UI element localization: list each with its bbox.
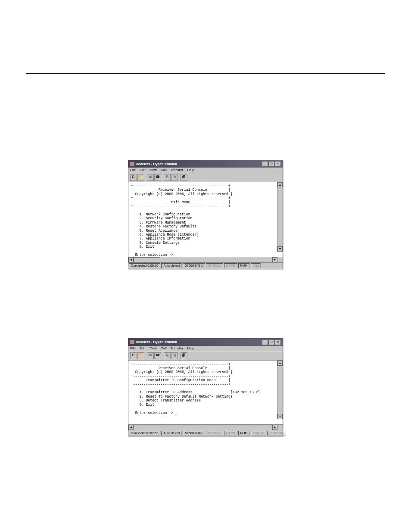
app-icon <box>130 340 134 344</box>
copyright: Copyright (c) 2000-2006, All rights rese… <box>135 192 228 196</box>
status-connected: Connected 0:00:50 <box>129 263 160 268</box>
status-scroll: SCROLL <box>206 431 223 436</box>
status-num: NUM <box>238 431 250 436</box>
connect-icon[interactable]: ☏ <box>147 174 154 181</box>
scroll-up-icon[interactable]: ▲ <box>277 182 283 187</box>
menu-item-value: [192.168.13.2] <box>230 390 260 394</box>
section-title: Main Menu <box>171 200 190 204</box>
menubar: File Edit View Call Transfer Help <box>128 346 283 351</box>
section-title: Transmitter IP Configuration Menu <box>146 378 215 382</box>
connect-icon[interactable]: ☏ <box>147 352 154 359</box>
receive-icon[interactable]: ⎗ <box>171 174 178 181</box>
send-icon[interactable]: ⎘ <box>164 174 171 181</box>
minimize-button[interactable]: _ <box>262 339 268 345</box>
vertical-scrollbar[interactable]: ▲ ▼ <box>277 361 283 419</box>
menu-item: 8. Console Settings <box>140 241 180 245</box>
menu-edit[interactable]: Edit <box>140 168 146 172</box>
menu-item: 7. Appliance Information <box>140 236 190 240</box>
minimize-button[interactable]: _ <box>262 161 268 167</box>
scroll-up-icon[interactable]: ▲ <box>277 361 283 366</box>
scroll-left-icon[interactable]: ◄ <box>128 257 134 262</box>
terminal-output[interactable]: +---------------------------------------… <box>128 182 283 257</box>
status-scroll: SCROLL <box>206 263 223 268</box>
properties-icon[interactable]: 🗐 <box>181 174 187 181</box>
open-icon[interactable]: 📂 <box>137 352 144 359</box>
prompt: Enter selection -> <box>135 253 173 257</box>
hyperterminal-window-1: Receiver - HyperTerminal _ □ × File Edit… <box>128 160 283 269</box>
close-button[interactable]: × <box>275 161 281 167</box>
receive-icon[interactable]: ⎗ <box>171 352 178 359</box>
properties-icon[interactable]: 🗐 <box>181 352 187 359</box>
menu-file[interactable]: File <box>130 347 136 350</box>
scroll-left-icon[interactable]: ◄ <box>128 425 134 430</box>
scroll-thumb[interactable] <box>134 257 160 262</box>
toolbar: 🗋 📂 ☏ ☎ ⎘ ⎗ 🗐 <box>128 173 283 182</box>
menu-item: 1. Transmitter IP Address <box>140 390 193 394</box>
menu-item: 0. Exit <box>140 403 154 407</box>
console-header: Receiver Serial Console <box>159 366 207 370</box>
open-icon[interactable]: 📂 <box>137 174 144 181</box>
hyperterminal-window-2: Receiver - HyperTerminal _ □ × File Edit… <box>128 338 283 437</box>
menubar: File Edit View Call Transfer Help <box>128 168 283 173</box>
window-title: Receiver - HyperTerminal <box>136 340 177 344</box>
menu-edit[interactable]: Edit <box>140 347 146 350</box>
status-connected: Connected 0:07:53 <box>129 431 160 436</box>
status-print: Print echo <box>267 431 286 436</box>
prompt: Enter selection -> _ <box>135 411 177 415</box>
menu-call[interactable]: Call <box>161 347 167 350</box>
maximize-button[interactable]: □ <box>268 339 274 345</box>
status-capture: Capture <box>251 431 267 436</box>
terminal-output[interactable]: +---------------------------------------… <box>128 361 283 424</box>
menu-help[interactable]: Help <box>187 168 194 172</box>
status-baud: 57600 8-N-1 <box>183 263 205 268</box>
titlebar[interactable]: Receiver - HyperTerminal _ □ × <box>128 339 283 346</box>
statusbar: Connected 0:00:50 Auto detect 57600 8-N-… <box>128 262 283 269</box>
disconnect-icon[interactable]: ☎ <box>154 174 161 181</box>
scroll-down-icon[interactable]: ▼ <box>277 414 283 419</box>
new-icon[interactable]: 🗋 <box>130 352 137 359</box>
menu-item: 4. Restore Factory Defaults <box>140 224 197 228</box>
status-num: NUM <box>238 263 250 268</box>
close-button[interactable]: × <box>275 339 281 345</box>
menu-item: 2. Reset To Factory Default Network Sett… <box>140 395 233 398</box>
menu-transfer[interactable]: Transfer <box>171 347 184 350</box>
horizontal-scrollbar[interactable]: ◄ ► <box>128 424 283 430</box>
send-icon[interactable]: ⎘ <box>164 352 171 359</box>
scroll-right-icon[interactable]: ► <box>272 257 277 262</box>
copyright: Copyright (c) 2000-2006, All rights rese… <box>135 370 228 374</box>
console-header: Receiver Serial Console <box>159 188 207 192</box>
menu-view[interactable]: View <box>149 168 157 172</box>
menu-item: 3. Detect Transmitter Address <box>140 398 201 402</box>
menu-call[interactable]: Call <box>161 168 167 172</box>
status-detect: Auto detect <box>161 263 182 268</box>
status-caps: CAPS <box>224 431 237 436</box>
maximize-button[interactable]: □ <box>268 161 274 167</box>
statusbar: Connected 0:07:53 Auto detect 57600 8-N-… <box>128 430 283 436</box>
menu-item: 5. Reset Appliance <box>140 229 177 233</box>
status-capture: Cap <box>251 263 261 268</box>
menu-help[interactable]: Help <box>187 347 194 350</box>
titlebar[interactable]: Receiver - HyperTerminal _ □ × <box>128 160 283 168</box>
app-icon <box>130 162 134 166</box>
window-title: Receiver - HyperTerminal <box>136 162 177 166</box>
menu-item: 2. Security Configuration <box>140 216 193 220</box>
vertical-scrollbar[interactable]: ▲ ▼ <box>277 182 283 252</box>
menu-file[interactable]: File <box>130 168 136 172</box>
scroll-down-icon[interactable]: ▼ <box>277 246 283 252</box>
menu-item: 3. Firmware Management <box>140 221 186 224</box>
menu-transfer[interactable]: Transfer <box>171 168 184 172</box>
menu-view[interactable]: View <box>149 347 157 350</box>
disconnect-icon[interactable]: ☎ <box>154 352 161 359</box>
menu-item: 6. Appliance Mode [Extender] <box>140 233 199 236</box>
toolbar: 🗋 📂 ☏ ☎ ⎘ ⎗ 🗐 <box>128 351 283 361</box>
scroll-right-icon[interactable]: ► <box>272 425 277 430</box>
horizontal-scrollbar[interactable]: ◄ ► <box>128 257 283 262</box>
status-caps: CAPS <box>224 263 237 268</box>
menu-item: 0. Exit <box>140 245 154 249</box>
menu-item: 1. Network Configuration <box>140 212 190 216</box>
new-icon[interactable]: 🗋 <box>130 174 137 181</box>
status-baud: 57600 8-N-1 <box>183 431 205 436</box>
status-detect: Auto detect <box>161 431 182 436</box>
